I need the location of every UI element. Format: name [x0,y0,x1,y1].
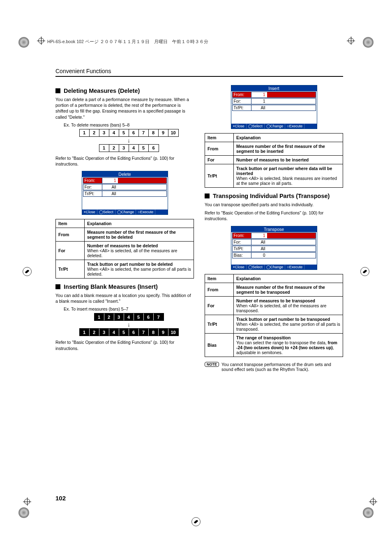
bullet-icon [55,88,60,93]
cell: 7 [154,313,164,320]
insert-panel-title: Insert [231,85,317,91]
panel-footer-button[interactable]: ◯Select [247,265,265,269]
transpose-ref: Refer to "Basic Operation of the Editing… [205,210,343,221]
panel-row-label: Bias: [233,253,251,258]
cell: 4 [129,145,139,152]
cell: 1 [95,313,104,320]
crop-side-left [23,267,32,276]
cell: 8 [149,129,159,136]
insert-row-trpt-text: Track button or part number where data w… [234,164,343,188]
bullet-icon [55,284,60,289]
left-column: Deleting Measures (Delete) You can delet… [55,85,194,372]
panel-row[interactable]: From:1 [232,92,316,98]
panel-row[interactable]: For:All [83,184,167,190]
delete-row-trpt-text: Track button or part number to be delete… [85,260,194,279]
insert-panel: Insert From:1For:1Tr/Pt:All ×Close◯Selec… [231,85,317,129]
panel-row[interactable]: Tr/Pt:All [232,246,316,252]
panel-footer-button[interactable]: ◯Change [115,210,136,214]
crop-corner-tl [18,37,29,48]
transpose-panel-footer: ×Close◯Select◯Change○Execute [231,265,317,269]
insert-row-from-text: Measure number of the first measure of t… [234,142,343,156]
insert-example-caption: Ex. To insert measures (bars) 5–7 [64,306,194,311]
transpose-intro: You can transpose specified parts and tr… [205,202,343,207]
transpose-note: NOTE You cannot transpose performances o… [205,362,343,372]
delete-cells-bottom: 123456 [99,144,159,152]
section-title-transpose: Transposing Individual Parts (Transpose) [205,193,343,199]
panel-row[interactable]: From:1 [232,233,316,239]
panel-footer-button[interactable]: ×Close [82,210,97,214]
transpose-row-for-item: For [205,296,234,315]
panel-footer-button[interactable]: ○Execute [285,265,304,269]
delete-diagram: 12345678910 ↓ 123456 [64,129,194,152]
transpose-row-trpt-item: Tr/Pt [205,315,234,333]
crop-corner-tr [363,37,374,48]
panel-footer-button[interactable]: ×Close [231,124,247,129]
section-title-transpose-text: Transposing Individual Parts (Transpose) [213,193,330,199]
delete-table: ItemExplanation FromMeasure number of th… [55,219,194,279]
transpose-panel-title: Transpose [231,226,317,232]
panel-row[interactable]: For:1 [232,98,316,104]
panel-footer-button[interactable]: ◯Select [247,124,265,129]
panel-row-value: 1 [251,99,267,104]
arrow-down-icon: ↓ [64,322,194,327]
right-column: Insert From:1For:1Tr/Pt:All ×Close◯Selec… [205,85,343,372]
panel-footer-button[interactable]: ○Execute [136,210,155,214]
insert-row-for-text: Number of measures to be inserted [234,156,343,164]
cell: 5 [119,129,129,136]
transpose-row-bias-text: The range of transpositionYou can select… [234,333,343,357]
crop-side-bottom [191,517,201,526]
cell: 6 [129,329,139,336]
cell: 1 [80,129,90,136]
crop-corner-bl [18,507,29,518]
panel-row-value: All [102,191,118,196]
panel-footer-button[interactable]: ×Close [231,265,247,269]
panel-row[interactable]: Bias:0 [232,252,316,258]
delete-intro: You can delete a part of a performance m… [55,97,194,120]
cell: 4 [109,129,119,136]
insert-row-for-item: For [205,156,234,164]
insert-row-trpt-item: Tr/Pt [205,164,234,188]
insert-row-from-item: From [205,142,234,156]
delete-row-for-text: Number of measures to be deletedWhen <Al… [85,242,194,260]
cell: 10 [168,329,178,336]
panel-row-value: All [251,246,267,251]
cell: 2 [90,329,99,336]
cell: 3 [99,129,109,136]
cell: 5 [134,313,144,320]
cell: 3 [119,145,129,152]
book-header-bar: HPi-6S-e.book 102 ページ ２００７年１１月１９日 月曜日 午前… [47,39,208,45]
panel-row[interactable]: Tr/Pt:All [232,105,316,111]
cell: 7 [139,329,149,336]
section-title-delete-text: Deleting Measures (Delete) [64,88,140,94]
panel-footer-button[interactable]: ◯Change [265,124,286,129]
cell: 5 [139,145,149,152]
panel-row-value: 1 [251,233,267,238]
section-title-insert: Inserting Blank Measures (Insert) [55,283,194,290]
panel-row[interactable]: For:All [232,239,316,245]
section-title-insert-text: Inserting Blank Measures (Insert) [64,283,158,290]
transpose-panel-rows: From:1For:AllTr/Pt:AllBias:0 [231,233,317,258]
crop-side-right [360,267,369,276]
transpose-table: ItemExplanation FromMeasure number of th… [205,274,343,357]
crop-corner-br [363,507,374,518]
panel-row[interactable]: From:1 [83,177,167,184]
cell: 1 [99,145,109,152]
insert-diagram: 1234567 ↓ 12345678910 [64,313,194,336]
insert-table: ItemExplanation FromMeasure number of th… [205,133,343,188]
transpose-row-for-text: Number of measures to be transposedWhen … [234,296,343,315]
panel-row-value: 0 [251,253,267,258]
cell: 6 [149,145,159,152]
panel-row-label: For: [233,240,251,245]
cell: 5 [119,329,129,336]
panel-footer-button[interactable]: ◯Select [97,210,115,214]
transpose-note-text: You cannot transpose performances of the… [221,362,343,372]
cell: 9 [159,129,168,136]
panel-row[interactable]: Tr/Pt:All [83,191,167,197]
panel-row-value: 1 [102,178,118,183]
transpose-row-bias-item: Bias [205,333,234,357]
page-number: 102 [55,495,66,502]
panel-row-label: Tr/Pt: [83,191,102,196]
panel-footer-button[interactable]: ○Execute [285,124,304,129]
panel-footer-button[interactable]: ◯Change [265,265,286,269]
delete-row-from-text: Measure number of the first measure of t… [85,228,194,242]
